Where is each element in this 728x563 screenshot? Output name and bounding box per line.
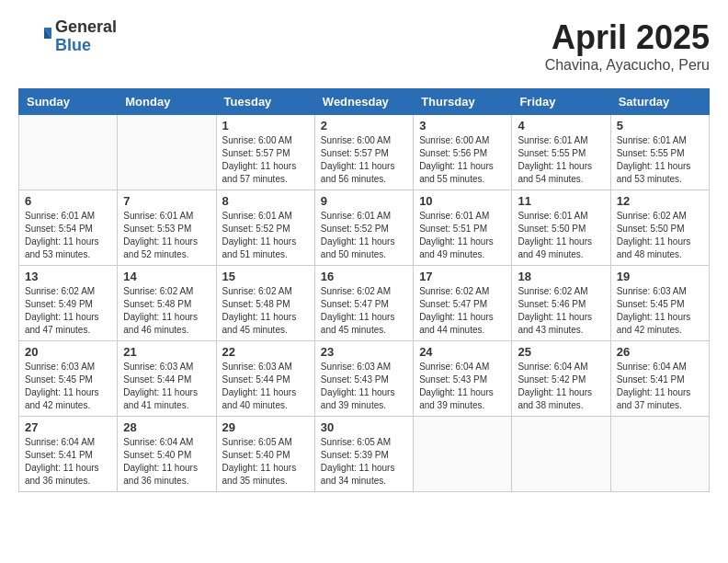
day-info: Sunrise: 6:02 AM Sunset: 5:48 PM Dayligh… — [222, 285, 309, 337]
week-row-4: 20Sunrise: 6:03 AM Sunset: 5:45 PM Dayli… — [19, 341, 710, 417]
day-cell: 6Sunrise: 6:01 AM Sunset: 5:54 PM Daylig… — [19, 190, 118, 266]
day-info: Sunrise: 6:03 AM Sunset: 5:43 PM Dayligh… — [321, 361, 407, 412]
day-info: Sunrise: 6:04 AM Sunset: 5:40 PM Dayligh… — [123, 436, 210, 488]
day-cell: 7Sunrise: 6:01 AM Sunset: 5:53 PM Daylig… — [118, 190, 216, 266]
day-info: Sunrise: 6:01 AM Sunset: 5:50 PM Dayligh… — [518, 210, 604, 261]
week-row-1: 1Sunrise: 6:00 AM Sunset: 5:57 PM Daylig… — [19, 115, 710, 190]
day-cell: 25Sunrise: 6:04 AM Sunset: 5:42 PM Dayli… — [512, 341, 610, 417]
day-number: 28 — [123, 420, 210, 434]
day-number: 19 — [617, 270, 703, 283]
day-number: 2 — [321, 119, 407, 132]
day-number: 18 — [518, 270, 604, 283]
day-number: 26 — [617, 345, 703, 359]
day-number: 7 — [123, 194, 210, 208]
day-info: Sunrise: 6:05 AM Sunset: 5:40 PM Dayligh… — [222, 436, 309, 488]
week-row-3: 13Sunrise: 6:02 AM Sunset: 5:49 PM Dayli… — [19, 266, 710, 341]
day-cell: 18Sunrise: 6:02 AM Sunset: 5:46 PM Dayli… — [512, 266, 610, 341]
day-cell: 16Sunrise: 6:02 AM Sunset: 5:47 PM Dayli… — [314, 266, 413, 341]
day-cell: 4Sunrise: 6:01 AM Sunset: 5:55 PM Daylig… — [512, 115, 610, 190]
day-info: Sunrise: 6:01 AM Sunset: 5:55 PM Dayligh… — [617, 134, 703, 186]
title-area: April 2025 Chavina, Ayacucho, Peru — [545, 18, 710, 74]
logo: General Blue — [18, 18, 117, 55]
day-number: 10 — [419, 194, 506, 208]
day-cell — [512, 417, 610, 492]
weekday-header-thursday: Thursday — [414, 89, 512, 115]
day-cell: 19Sunrise: 6:03 AM Sunset: 5:45 PM Dayli… — [610, 266, 709, 341]
day-info: Sunrise: 6:04 AM Sunset: 5:41 PM Dayligh… — [617, 361, 703, 412]
weekday-header-sunday: Sunday — [19, 89, 118, 115]
day-info: Sunrise: 6:00 AM Sunset: 5:57 PM Dayligh… — [321, 134, 407, 186]
day-number: 27 — [25, 420, 111, 434]
weekday-header-wednesday: Wednesday — [314, 89, 413, 115]
day-number: 14 — [123, 270, 210, 283]
day-cell — [19, 115, 118, 190]
day-info: Sunrise: 6:02 AM Sunset: 5:49 PM Dayligh… — [25, 285, 111, 337]
day-number: 9 — [321, 194, 407, 208]
logo-general-text: General — [55, 18, 117, 37]
day-cell: 21Sunrise: 6:03 AM Sunset: 5:44 PM Dayli… — [118, 341, 216, 417]
day-number: 1 — [222, 119, 309, 132]
day-number: 11 — [518, 194, 604, 208]
day-number: 29 — [222, 420, 309, 434]
day-cell: 11Sunrise: 6:01 AM Sunset: 5:50 PM Dayli… — [512, 190, 610, 266]
day-cell: 10Sunrise: 6:01 AM Sunset: 5:51 PM Dayli… — [414, 190, 512, 266]
day-info: Sunrise: 6:01 AM Sunset: 5:52 PM Dayligh… — [222, 210, 309, 261]
weekday-header-saturday: Saturday — [610, 89, 709, 115]
day-cell: 1Sunrise: 6:00 AM Sunset: 5:57 PM Daylig… — [216, 115, 314, 190]
day-info: Sunrise: 6:03 AM Sunset: 5:44 PM Dayligh… — [123, 361, 210, 412]
day-info: Sunrise: 6:02 AM Sunset: 5:47 PM Dayligh… — [321, 285, 407, 337]
day-info: Sunrise: 6:01 AM Sunset: 5:51 PM Dayligh… — [419, 210, 506, 261]
day-number: 4 — [518, 119, 604, 132]
week-row-2: 6Sunrise: 6:01 AM Sunset: 5:54 PM Daylig… — [19, 190, 710, 266]
day-cell: 30Sunrise: 6:05 AM Sunset: 5:39 PM Dayli… — [314, 417, 413, 492]
logo-icon — [18, 20, 51, 53]
day-info: Sunrise: 6:04 AM Sunset: 5:41 PM Dayligh… — [25, 436, 111, 488]
weekday-header-friday: Friday — [512, 89, 610, 115]
day-info: Sunrise: 6:01 AM Sunset: 5:53 PM Dayligh… — [123, 210, 210, 261]
day-cell: 23Sunrise: 6:03 AM Sunset: 5:43 PM Dayli… — [314, 341, 413, 417]
day-cell: 13Sunrise: 6:02 AM Sunset: 5:49 PM Dayli… — [19, 266, 118, 341]
day-info: Sunrise: 6:05 AM Sunset: 5:39 PM Dayligh… — [321, 436, 407, 488]
day-number: 15 — [222, 270, 309, 283]
day-info: Sunrise: 6:00 AM Sunset: 5:56 PM Dayligh… — [419, 134, 506, 186]
weekday-header-monday: Monday — [118, 89, 216, 115]
day-info: Sunrise: 6:02 AM Sunset: 5:47 PM Dayligh… — [419, 285, 506, 337]
day-number: 17 — [419, 270, 506, 283]
day-number: 16 — [321, 270, 407, 283]
day-cell: 5Sunrise: 6:01 AM Sunset: 5:55 PM Daylig… — [610, 115, 709, 190]
day-cell: 22Sunrise: 6:03 AM Sunset: 5:44 PM Dayli… — [216, 341, 314, 417]
day-cell: 3Sunrise: 6:00 AM Sunset: 5:56 PM Daylig… — [414, 115, 512, 190]
logo-blue-text: Blue — [55, 37, 117, 55]
day-cell: 14Sunrise: 6:02 AM Sunset: 5:48 PM Dayli… — [118, 266, 216, 341]
day-number: 8 — [222, 194, 309, 208]
month-title: April 2025 — [545, 18, 710, 57]
day-cell — [414, 417, 512, 492]
day-info: Sunrise: 6:03 AM Sunset: 5:44 PM Dayligh… — [222, 361, 309, 412]
day-info: Sunrise: 6:04 AM Sunset: 5:42 PM Dayligh… — [518, 361, 604, 412]
day-number: 6 — [25, 194, 111, 208]
calendar: SundayMondayTuesdayWednesdayThursdayFrid… — [18, 88, 710, 492]
day-info: Sunrise: 6:03 AM Sunset: 5:45 PM Dayligh… — [617, 285, 703, 337]
day-cell: 15Sunrise: 6:02 AM Sunset: 5:48 PM Dayli… — [216, 266, 314, 341]
weekday-header-row: SundayMondayTuesdayWednesdayThursdayFrid… — [19, 89, 710, 115]
weekday-header-tuesday: Tuesday — [216, 89, 314, 115]
day-cell: 24Sunrise: 6:04 AM Sunset: 5:43 PM Dayli… — [414, 341, 512, 417]
day-number: 22 — [222, 345, 309, 359]
day-info: Sunrise: 6:04 AM Sunset: 5:43 PM Dayligh… — [419, 361, 506, 412]
day-cell: 12Sunrise: 6:02 AM Sunset: 5:50 PM Dayli… — [610, 190, 709, 266]
day-cell: 8Sunrise: 6:01 AM Sunset: 5:52 PM Daylig… — [216, 190, 314, 266]
day-number: 23 — [321, 345, 407, 359]
day-cell: 27Sunrise: 6:04 AM Sunset: 5:41 PM Dayli… — [19, 417, 118, 492]
day-number: 21 — [123, 345, 210, 359]
day-info: Sunrise: 6:01 AM Sunset: 5:55 PM Dayligh… — [518, 134, 604, 186]
day-info: Sunrise: 6:01 AM Sunset: 5:54 PM Dayligh… — [25, 210, 111, 261]
location: Chavina, Ayacucho, Peru — [545, 57, 710, 74]
day-cell — [118, 115, 216, 190]
day-number: 25 — [518, 345, 604, 359]
day-info: Sunrise: 6:01 AM Sunset: 5:52 PM Dayligh… — [321, 210, 407, 261]
day-cell: 20Sunrise: 6:03 AM Sunset: 5:45 PM Dayli… — [19, 341, 118, 417]
day-number: 30 — [321, 420, 407, 434]
day-info: Sunrise: 6:02 AM Sunset: 5:50 PM Dayligh… — [617, 210, 703, 261]
day-cell: 9Sunrise: 6:01 AM Sunset: 5:52 PM Daylig… — [314, 190, 413, 266]
day-cell — [610, 417, 709, 492]
